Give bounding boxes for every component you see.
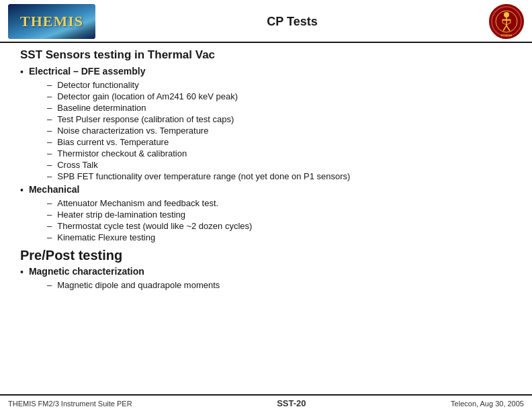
footer-left: THEMIS FM2/3 Instrument Suite PER <box>8 400 132 408</box>
bullet-dot-mechanical: • <box>20 185 24 195</box>
mechanical-label: Mechanical <box>29 184 79 195</box>
item-text: Thermostat cycle test (would like ~2 doz… <box>57 221 252 231</box>
dash-icon: – <box>47 171 52 181</box>
logo-text: THEMIS <box>20 13 83 30</box>
content: SST Sensors testing in Thermal Vac • Ele… <box>0 43 532 394</box>
item-text: Attenuator Mechanism and feedback test. <box>57 198 218 208</box>
list-item: – Detector gain (location of Am241 60 ke… <box>47 91 512 101</box>
item-text: Cross Talk <box>57 160 97 170</box>
main-title: SST Sensors testing in Thermal Vac <box>20 48 512 62</box>
prepost-title: Pre/Post testing <box>20 248 512 263</box>
electrical-sub-list: – Detector functionality – Detector gain… <box>47 80 512 181</box>
dash-icon: – <box>47 232 52 242</box>
item-text: Detector gain (location of Am241 60 keV … <box>57 91 238 101</box>
dash-icon: – <box>47 103 52 113</box>
dash-icon: – <box>47 114 52 124</box>
svg-text:ATHENA: ATHENA <box>501 34 512 37</box>
list-item: – Noise characterization vs. Temperature <box>47 126 512 136</box>
slide: THEMIS CP Tests ATHENA SST Sensors tes <box>0 0 532 411</box>
item-text: Baseline determination <box>57 103 146 113</box>
dash-icon: – <box>47 137 52 147</box>
athena-emblem: ATHENA <box>489 4 524 39</box>
item-text: Magnetic dipole and quadrapole moments <box>57 280 220 290</box>
list-item: – SPB FET functionality over temperature… <box>47 171 512 181</box>
item-text: Detector functionality <box>57 80 138 90</box>
item-text: Noise characterization vs. Temperature <box>57 126 208 136</box>
magnetic-label: Magnetic characterization <box>29 266 144 277</box>
list-item: – Detector functionality <box>47 80 512 90</box>
magnetic-sub-list: – Magnetic dipole and quadrapole moments <box>47 280 512 290</box>
list-item: – Attenuator Mechanism and feedback test… <box>47 198 512 208</box>
header: THEMIS CP Tests ATHENA <box>0 0 532 43</box>
list-item: – Thermistor checkout & calibration <box>47 148 512 158</box>
dash-icon: – <box>47 148 52 158</box>
dash-icon: – <box>47 221 52 231</box>
item-text: Thermistor checkout & calibration <box>57 148 187 158</box>
bullet-dot-electrical: • <box>20 66 24 77</box>
mechanical-sub-list: – Attenuator Mechanism and feedback test… <box>47 198 512 242</box>
item-text: Kinematic Flexure testing <box>57 232 155 242</box>
item-text: Test Pulser response (calibration of tes… <box>57 114 234 124</box>
footer-right: Telecon, Aug 30, 2005 <box>451 400 524 408</box>
footer: THEMIS FM2/3 Instrument Suite PER SST-20… <box>0 394 532 411</box>
item-text: SPB FET functionality over temperature r… <box>57 171 350 181</box>
header-title: CP Tests <box>267 15 317 29</box>
item-text: Heater strip de-lamination testing <box>57 210 185 220</box>
electrical-label: Electrical – DFE assembly <box>29 66 146 77</box>
dash-icon: – <box>47 160 52 170</box>
list-item: – Bias current vs. Temperature <box>47 137 512 147</box>
footer-center: SST-20 <box>277 398 306 408</box>
dash-icon: – <box>47 198 52 208</box>
svg-point-2 <box>504 12 509 17</box>
list-item: – Thermostat cycle test (would like ~2 d… <box>47 221 512 231</box>
list-item: – Heater strip de-lamination testing <box>47 210 512 220</box>
magnetic-bullet: • Magnetic characterization <box>20 266 512 277</box>
themis-logo: THEMIS <box>8 4 95 39</box>
dash-icon: – <box>47 210 52 220</box>
list-item: – Test Pulser response (calibration of t… <box>47 114 512 124</box>
list-item: – Cross Talk <box>47 160 512 170</box>
dash-icon: – <box>47 91 52 101</box>
electrical-bullet: • Electrical – DFE assembly <box>20 66 512 77</box>
bullet-dot-magnetic: • <box>20 267 24 277</box>
dash-icon: – <box>47 80 52 90</box>
list-item: – Magnetic dipole and quadrapole moments <box>47 280 512 290</box>
item-text: Bias current vs. Temperature <box>57 137 169 147</box>
list-item: – Baseline determination <box>47 103 512 113</box>
dash-icon: – <box>47 126 52 136</box>
mechanical-bullet: • Mechanical <box>20 184 512 195</box>
list-item: – Kinematic Flexure testing <box>47 232 512 242</box>
dash-icon: – <box>47 280 52 290</box>
